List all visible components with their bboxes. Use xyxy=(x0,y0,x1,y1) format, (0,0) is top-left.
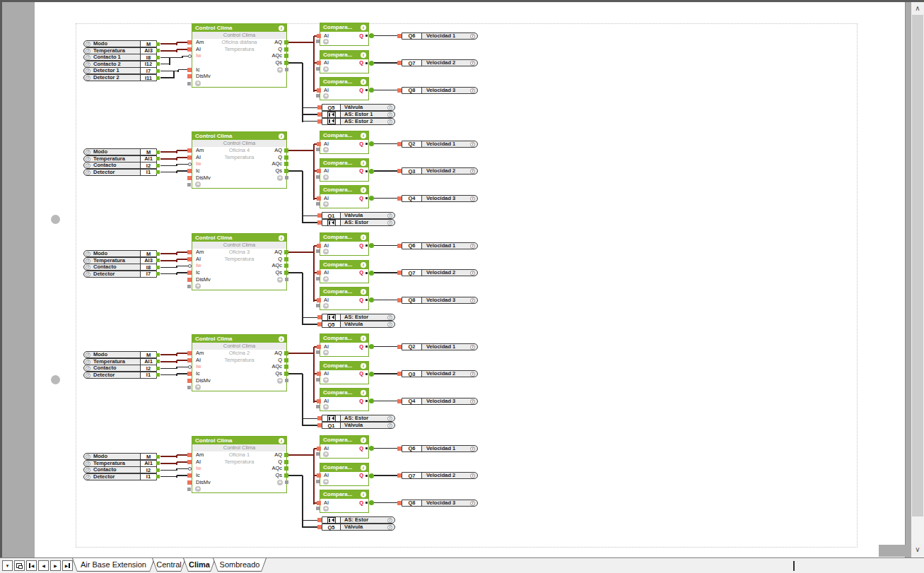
info-icon[interactable]: i xyxy=(470,399,475,404)
output-pin[interactable] xyxy=(369,169,374,174)
input-pin[interactable] xyxy=(187,169,192,173)
input-pin[interactable] xyxy=(317,501,321,505)
output-pin[interactable] xyxy=(284,40,288,45)
output-pin[interactable] xyxy=(156,468,160,472)
input-pin[interactable] xyxy=(317,271,321,275)
output-pin[interactable] xyxy=(284,351,288,355)
hidden-pin[interactable] xyxy=(316,202,320,206)
tab-clima[interactable]: Clima xyxy=(183,558,216,572)
hidden-pin[interactable] xyxy=(187,183,191,187)
output-pin[interactable] xyxy=(156,252,160,256)
net-output-block[interactable]: AS: Estori xyxy=(322,415,395,422)
input-pin[interactable] xyxy=(317,244,321,248)
expand-plus-icon[interactable]: + xyxy=(277,378,283,384)
output-pin[interactable] xyxy=(284,473,288,478)
output-block[interactable]: Q5Válvulai xyxy=(322,524,395,531)
output-block[interactable]: Q5Válvulai xyxy=(322,321,395,328)
last-sheet-button[interactable]: ▶ xyxy=(62,560,73,571)
output-pin[interactable] xyxy=(284,162,288,166)
hidden-pin[interactable] xyxy=(316,507,320,510)
scroll-up-button[interactable]: ∧ xyxy=(911,2,924,15)
info-icon[interactable]: i xyxy=(387,525,392,530)
first-sheet-button[interactable]: ◀ xyxy=(26,560,37,571)
input-pin[interactable] xyxy=(187,148,192,153)
info-icon[interactable]: i xyxy=(86,252,90,256)
info-icon[interactable]: i xyxy=(470,61,475,66)
input-pin[interactable] xyxy=(187,473,192,478)
output-pin[interactable] xyxy=(284,466,288,471)
output-node[interactable] xyxy=(365,89,368,91)
output-pin[interactable] xyxy=(369,500,374,505)
expand-plus-icon[interactable]: + xyxy=(323,66,329,72)
info-icon[interactable]: i xyxy=(361,160,366,166)
expand-plus-icon[interactable]: + xyxy=(323,249,329,254)
info-icon[interactable]: i xyxy=(86,366,90,371)
input-block[interactable]: iContactoI2 xyxy=(83,466,157,473)
diagram-canvas[interactable]: iModoMiTemperaturaAI3iContacto 1I8iConta… xyxy=(0,0,924,557)
input-pin[interactable] xyxy=(187,257,192,261)
expand-plus-icon[interactable]: + xyxy=(323,451,329,457)
output-pin[interactable] xyxy=(284,257,288,261)
hidden-pin[interactable] xyxy=(187,386,191,389)
info-icon[interactable]: i xyxy=(86,62,90,67)
output-pin[interactable] xyxy=(284,453,288,457)
output-pin[interactable] xyxy=(369,61,374,66)
expand-plus-icon[interactable]: + xyxy=(323,506,329,512)
info-icon[interactable]: i xyxy=(86,170,90,175)
output-node[interactable] xyxy=(365,272,368,274)
output-node[interactable] xyxy=(365,143,368,145)
hidden-pin[interactable] xyxy=(285,379,288,382)
output-pin[interactable] xyxy=(369,196,374,201)
block-header[interactable]: Compara...i xyxy=(320,490,368,499)
expand-plus-icon[interactable]: + xyxy=(323,175,329,180)
input-block[interactable]: iModoM xyxy=(83,148,157,155)
input-block[interactable]: iModoM xyxy=(83,40,157,47)
info-icon[interactable]: i xyxy=(86,55,90,60)
info-icon[interactable]: i xyxy=(86,475,90,480)
info-icon[interactable]: i xyxy=(387,112,392,117)
sheet-overview-button[interactable] xyxy=(14,560,25,571)
expand-plus-icon[interactable]: + xyxy=(323,350,329,355)
input-pin[interactable] xyxy=(317,372,321,376)
output-block[interactable]: Q6Velocidad 1i xyxy=(402,242,478,249)
output-block[interactable]: Q2Velocidad 1i xyxy=(402,343,478,350)
input-pin[interactable] xyxy=(317,345,321,349)
input-pin[interactable] xyxy=(188,54,192,58)
info-icon[interactable]: i xyxy=(279,25,284,31)
output-node[interactable] xyxy=(365,475,368,477)
info-icon[interactable]: i xyxy=(86,360,90,365)
expand-plus-icon[interactable]: + xyxy=(323,377,329,383)
output-pin[interactable] xyxy=(369,398,374,403)
vscrollbar-thumb[interactable] xyxy=(912,15,923,516)
output-pin[interactable] xyxy=(156,259,160,262)
output-node[interactable] xyxy=(365,345,368,348)
hidden-pin[interactable] xyxy=(316,148,320,151)
input-pin[interactable] xyxy=(317,169,321,173)
block-header[interactable]: Compara...i xyxy=(320,436,368,444)
net-output-block[interactable]: AS: Estor 1i xyxy=(322,111,395,118)
block-header[interactable]: Compara...i xyxy=(320,334,368,343)
info-icon[interactable]: i xyxy=(387,315,392,320)
output-pin[interactable] xyxy=(156,164,160,167)
output-block[interactable]: Q6Velocidad 1i xyxy=(402,33,478,40)
block-header[interactable]: Compara...i xyxy=(320,288,368,296)
info-icon[interactable]: i xyxy=(279,438,284,444)
output-pin[interactable] xyxy=(156,475,160,478)
input-pin[interactable] xyxy=(188,467,192,471)
info-icon[interactable]: i xyxy=(470,142,475,147)
input-pin[interactable] xyxy=(187,372,192,376)
input-block[interactable]: iModoM xyxy=(83,250,157,257)
block-header[interactable]: Compara...i xyxy=(320,159,368,167)
input-block[interactable]: iTemperaturaAI3 xyxy=(83,47,157,54)
output-pin[interactable] xyxy=(369,88,374,93)
block-header[interactable]: Compara...i xyxy=(320,362,368,370)
output-pin[interactable] xyxy=(369,344,374,349)
input-pin[interactable] xyxy=(188,264,192,268)
tab-sombreado[interactable]: Sombreado xyxy=(213,558,267,572)
net-output-block[interactable]: AS: Estori xyxy=(322,314,395,321)
output-pin[interactable] xyxy=(284,169,288,173)
info-icon[interactable]: i xyxy=(387,322,392,327)
scroll-down-button[interactable]: ∨ xyxy=(911,543,924,556)
info-icon[interactable]: i xyxy=(86,265,90,270)
output-pin[interactable] xyxy=(284,372,288,376)
